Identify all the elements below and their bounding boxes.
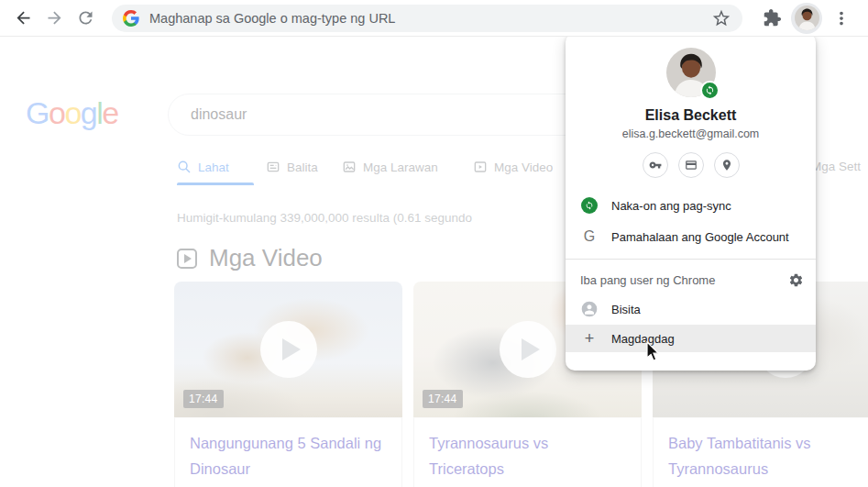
guest-person-icon: [580, 300, 599, 318]
extensions-icon[interactable]: [763, 8, 782, 28]
forward-icon: [45, 8, 64, 28]
location-pin-icon: [720, 159, 733, 172]
plus-icon: +: [585, 329, 595, 349]
profile-menu: Elisa Beckett elisa.g.beckett@gmail.com …: [566, 33, 816, 371]
addresses-button[interactable]: [714, 152, 740, 178]
bookmark-star-icon[interactable]: [711, 8, 731, 28]
menu-kebab-icon[interactable]: [831, 8, 852, 28]
back-icon: [14, 8, 33, 28]
avatar: [666, 48, 716, 97]
menu-divider: [566, 259, 816, 260]
credit-card-icon: [685, 159, 698, 172]
sync-on-icon: [581, 197, 598, 214]
add-person-item[interactable]: + Magdagdag: [566, 325, 816, 352]
address-bar[interactable]: [112, 5, 742, 32]
forward-button[interactable]: [38, 3, 70, 34]
profile-avatar-button[interactable]: [791, 3, 822, 34]
profile-email: elisa.g.beckett@gmail.com: [566, 127, 816, 140]
back-button[interactable]: [7, 3, 38, 34]
reload-button[interactable]: [70, 3, 101, 34]
passwords-button[interactable]: [643, 152, 668, 178]
mouse-cursor: [646, 341, 661, 363]
google-g-gray-icon: G: [584, 228, 595, 245]
avatar: [795, 6, 819, 30]
guest-label: Bisita: [611, 303, 641, 316]
payments-button[interactable]: [678, 152, 704, 178]
google-g-icon: [123, 10, 139, 27]
other-users-section: Iba pang user ng Chrome: [566, 266, 816, 293]
manage-account-label: Pamahalaan ang Google Account: [611, 230, 789, 244]
sync-status-item[interactable]: Naka-on ang pag-sync: [566, 190, 816, 221]
profile-name: Elisa Beckett: [566, 107, 816, 124]
sync-badge-icon: [700, 81, 720, 100]
other-users-label: Iba pang user ng Chrome: [580, 273, 715, 287]
add-label: Magdagdag: [611, 332, 675, 346]
browser-toolbar: [0, 0, 868, 37]
sync-status-label: Naka-on ang pag-sync: [611, 199, 731, 213]
guest-item[interactable]: Bisita: [566, 293, 816, 325]
profile-header: Elisa Beckett elisa.g.beckett@gmail.com: [566, 33, 816, 178]
key-icon: [649, 159, 662, 172]
manage-google-account-item[interactable]: G Pamahalaan ang Google Account: [566, 221, 816, 252]
reload-icon: [76, 8, 95, 28]
gear-icon[interactable]: [788, 272, 804, 288]
url-input[interactable]: [149, 11, 711, 26]
